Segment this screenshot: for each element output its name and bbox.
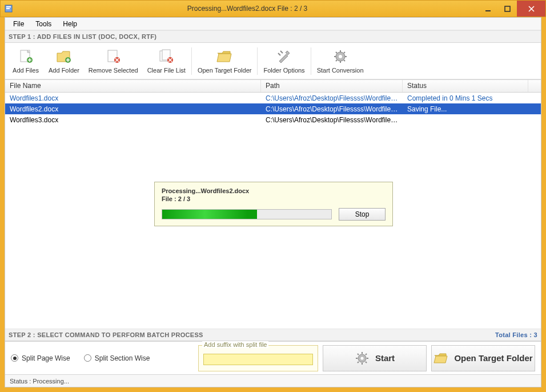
svg-rect-2 — [6, 8, 10, 9]
start-label: Start — [375, 353, 395, 363]
start-conversion-label: Start Conversion — [317, 67, 364, 74]
gear-icon — [332, 49, 349, 65]
menu-file[interactable]: File — [7, 19, 30, 29]
stop-button[interactable]: Stop — [339, 208, 386, 221]
suffix-legend: Add suffix with split file — [202, 341, 268, 348]
progress-text: Processing...Wordfiles2.docx File : 2 / … — [162, 187, 386, 203]
menubar: File Tools Help — [5, 18, 541, 30]
clear-list-label: Clear File List — [147, 67, 186, 74]
clear-list-icon — [158, 49, 175, 65]
folder-open-icon — [433, 351, 448, 366]
col-status[interactable]: Status — [403, 80, 528, 92]
toolbar-separator — [257, 47, 258, 75]
step1-header: STEP 1 : ADD FILES IN LIST (DOC, DOCX, R… — [5, 30, 541, 43]
remove-selected-button[interactable]: Remove Selected — [84, 45, 143, 78]
table-header: File Name Path Status — [5, 80, 541, 93]
open-target-big-label: Open Target Folder — [454, 353, 532, 363]
cell-path: C:\Users\Afroz\Desktop\Filessss\Wordfile… — [261, 105, 403, 114]
open-target-folder-big-button[interactable]: Open Target Folder — [431, 345, 535, 371]
progress-dialog: Processing...Wordfiles2.docx File : 2 / … — [154, 182, 393, 226]
add-files-button[interactable]: Add Files — [7, 45, 44, 78]
step2-header-text: STEP 2 : SELECT COMMAND TO PERFORM BATCH… — [9, 331, 203, 338]
total-files: Total Files : 3 — [495, 331, 537, 338]
menu-help[interactable]: Help — [57, 19, 83, 29]
statusbar: Status : Processing... — [5, 374, 541, 387]
cell-path: C:\Users\Afroz\Desktop\Filessss\Wordfile… — [261, 94, 403, 103]
table-row[interactable]: Wordfiles3.docxC:\Users\Afroz\Desktop\Fi… — [5, 114, 541, 125]
add-folder-label: Add Folder — [49, 67, 79, 74]
svg-rect-1 — [6, 6, 11, 7]
progress-bar-fill — [162, 210, 257, 219]
step2-header: STEP 2 : SELECT COMMAND TO PERFORM BATCH… — [5, 329, 541, 341]
svg-rect-4 — [505, 6, 510, 11]
maximize-button[interactable] — [497, 1, 517, 17]
cell-name: Wordfiles3.docx — [5, 115, 261, 125]
app-icon — [4, 4, 13, 13]
open-target-folder-button[interactable]: Open Target Folder — [193, 45, 256, 78]
window-title: Processing...Wordfiles2.docx File : 2 / … — [17, 5, 478, 13]
cell-name: Wordfiles1.docx — [5, 94, 261, 103]
open-target-label: Open Target Folder — [198, 67, 252, 74]
cell-status: Saving File... — [403, 105, 528, 114]
svg-point-16 — [360, 357, 363, 359]
svg-rect-3 — [485, 10, 491, 11]
progress-line1: Processing...Wordfiles2.docx — [162, 187, 386, 195]
table-row[interactable]: Wordfiles2.docxC:\Users\Afroz\Desktop\Fi… — [5, 103, 541, 114]
suffix-group: Add suffix with split file — [198, 345, 318, 371]
start-conversion-button[interactable]: Start Conversion — [312, 45, 368, 78]
start-button[interactable]: Start — [323, 345, 427, 371]
cell-name: Wordfiles2.docx — [5, 105, 261, 114]
file-remove-icon — [105, 49, 122, 65]
folder-options-button[interactable]: Folder Options — [259, 45, 309, 78]
folder-open-icon — [216, 49, 233, 65]
svg-point-14 — [339, 55, 342, 58]
gear-icon — [355, 351, 370, 366]
cell-status: Completed in 0 Mins 1 Secs — [403, 94, 528, 103]
col-path[interactable]: Path — [261, 80, 403, 92]
cell-path: C:\Users\Afroz\Desktop\Filessss\Wordfile… — [261, 115, 403, 125]
radio-unchecked-icon — [84, 354, 91, 362]
remove-selected-label: Remove Selected — [89, 67, 138, 74]
col-file-name[interactable]: File Name — [5, 80, 261, 92]
close-button[interactable] — [517, 1, 545, 17]
progress-line2: File : 2 / 3 — [162, 195, 386, 203]
clear-list-button[interactable]: Clear File List — [143, 45, 190, 78]
folder-options-label: Folder Options — [263, 67, 304, 74]
split-mode-group: Split Page Wise Split Section Wise — [11, 354, 194, 362]
menu-tools[interactable]: Tools — [30, 19, 57, 29]
add-folder-button[interactable]: Add Folder — [44, 45, 84, 78]
folder-add-icon — [55, 49, 73, 65]
status-text: Status : Processing... — [10, 378, 69, 385]
toolbar-separator — [311, 47, 311, 75]
toolbar: Add Files Add Folder Remove Selected Cle… — [5, 43, 541, 79]
file-add-icon — [17, 49, 34, 65]
titlebar: Processing...Wordfiles2.docx File : 2 / … — [0, 0, 546, 17]
radio-checked-icon — [11, 354, 18, 362]
toolbar-separator — [191, 47, 192, 75]
suffix-input[interactable] — [203, 354, 313, 365]
split-section-wise-radio[interactable]: Split Section Wise — [84, 354, 150, 362]
cell-status — [403, 119, 528, 121]
add-files-label: Add Files — [13, 67, 39, 74]
tools-icon — [276, 49, 293, 65]
table-row[interactable]: Wordfiles1.docxC:\Users\Afroz\Desktop\Fi… — [5, 93, 541, 103]
minimize-button[interactable] — [478, 1, 497, 17]
bottom-panel: Split Page Wise Split Section Wise Add s… — [5, 341, 541, 374]
split-page-label: Split Page Wise — [22, 354, 70, 362]
split-section-label: Split Section Wise — [95, 354, 150, 362]
step1-header-text: STEP 1 : ADD FILES IN LIST (DOC, DOCX, R… — [9, 33, 156, 40]
progress-bar — [162, 209, 332, 219]
split-page-wise-radio[interactable]: Split Page Wise — [11, 354, 70, 362]
